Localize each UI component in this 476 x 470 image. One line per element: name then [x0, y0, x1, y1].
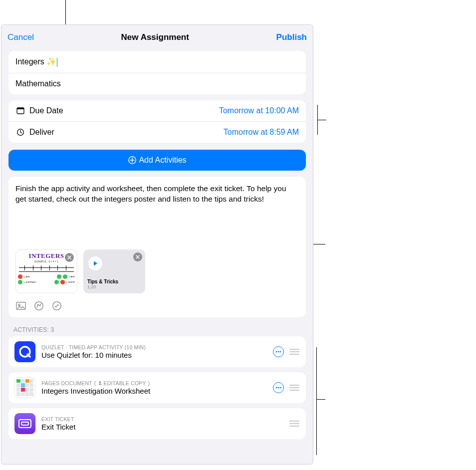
text-caret: [57, 58, 57, 67]
svg-point-12: [99, 381, 101, 383]
insert-photo-button[interactable]: [15, 300, 26, 311]
activity-more-button[interactable]: [273, 346, 284, 357]
play-icon: [92, 260, 98, 266]
due-date-label: Due Date: [29, 106, 219, 115]
audio-play-button[interactable]: [88, 256, 102, 270]
drag-handle-icon[interactable]: [289, 419, 300, 428]
attachments-row: INTEGERS EXAMPLE: -3 + 4 = 1 = ADD= ADD …: [15, 249, 299, 293]
drag-handle-icon[interactable]: [289, 347, 300, 356]
svg-point-13: [276, 387, 277, 388]
close-icon: [135, 254, 140, 259]
activity-row[interactable]: PAGES DOCUMENT ( EDITABLE COPY ) Integer…: [8, 372, 306, 403]
instructions-text[interactable]: Finish the app activity and worksheet, t…: [15, 184, 299, 205]
quizlet-app-icon: [14, 341, 35, 362]
svg-point-14: [278, 387, 279, 388]
titlebar: Cancel New Assignment Publish: [1, 25, 313, 50]
due-date-row[interactable]: Due Date Tomorrow at 10:00 AM: [8, 100, 306, 122]
class-field[interactable]: Mathematics: [8, 73, 306, 94]
cancel-button[interactable]: Cancel: [7, 32, 34, 42]
calendar-icon: [15, 107, 25, 115]
exit-ticket-icon: [14, 413, 35, 434]
pages-doc-icon: [14, 377, 35, 398]
activity-title: Exit Ticket: [41, 423, 289, 431]
media-toolbar: [15, 300, 299, 311]
leader-line-activities-v: [316, 347, 317, 455]
class-value: Mathematics: [15, 79, 299, 88]
svg-point-5: [18, 304, 20, 306]
activity-meta: EXIT TICKET: [41, 416, 289, 422]
svg-point-6: [35, 301, 43, 310]
deliver-row[interactable]: Deliver Tomorrow at 8:59 AM: [8, 122, 306, 143]
attachment-poster[interactable]: INTEGERS EXAMPLE: -3 + 4 = 1 = ADD= ADD …: [15, 249, 77, 293]
plus-circle-icon: [128, 156, 137, 165]
clock-icon: [15, 128, 25, 136]
activities-header: ACTIVITIES: 3: [13, 326, 306, 333]
svg-rect-1: [17, 108, 24, 109]
close-icon: [67, 255, 72, 260]
poster-legend: = ADD= ADD = SUBTRACT= SUBTR: [18, 274, 75, 285]
activity-meta: PAGES DOCUMENT ( EDITABLE COPY ): [41, 380, 273, 386]
deliver-value: Tomorrow at 8:59 AM: [224, 128, 299, 137]
poster-numberline: [19, 264, 74, 272]
drag-handle-icon[interactable]: [289, 383, 300, 392]
activity-meta: QUIZLET · TIMED APP ACTIVITY (10 MIN): [41, 344, 273, 350]
ellipsis-icon: [275, 387, 281, 389]
name-class-group: Integers ✨ Mathematics: [8, 51, 306, 94]
attachment-remove-button[interactable]: [133, 252, 142, 261]
activity-title: Integers Investigation Worksheet: [41, 387, 273, 395]
assignment-name-field[interactable]: Integers ✨: [8, 51, 306, 73]
attachment-audio[interactable]: Tips & Tricks 1:20: [83, 249, 145, 293]
activity-more-button[interactable]: [273, 382, 284, 393]
page-title: New Assignment: [121, 32, 189, 42]
dates-group: Due Date Tomorrow at 10:00 AM Deliver To…: [8, 100, 306, 143]
assignment-name-value: Integers ✨: [15, 57, 299, 67]
ellipsis-icon: [275, 351, 281, 353]
activity-row[interactable]: EXIT TICKET Exit Ticket: [8, 408, 306, 439]
add-activities-label: Add Activities: [139, 156, 186, 165]
audio-title: Tips & Tricks: [87, 279, 141, 284]
attachment-remove-button[interactable]: [65, 253, 74, 262]
deliver-label: Deliver: [29, 128, 224, 137]
svg-rect-17: [21, 422, 28, 425]
person-icon: [98, 381, 102, 385]
activity-row[interactable]: QUIZLET · TIMED APP ACTIVITY (10 MIN) Us…: [8, 336, 306, 367]
instructions-card: Finish the app activity and worksheet, t…: [8, 177, 306, 317]
svg-point-9: [276, 351, 277, 352]
publish-button[interactable]: Publish: [276, 32, 307, 42]
audio-duration: 1:20: [87, 284, 141, 289]
svg-point-10: [278, 351, 279, 352]
app-window: Cancel New Assignment Publish Integers ✨…: [1, 24, 313, 465]
insert-audio-button[interactable]: [51, 300, 62, 311]
leader-line-activities-h: [316, 399, 325, 400]
leader-line-dates-h: [317, 120, 326, 120]
due-date-value: Tomorrow at 10:00 AM: [219, 106, 299, 115]
add-activities-button[interactable]: Add Activities: [8, 150, 306, 171]
svg-point-15: [280, 387, 281, 388]
svg-point-11: [280, 351, 281, 352]
insert-drawing-button[interactable]: [33, 300, 44, 311]
activity-title: Use Quizlet for: 10 minutes: [41, 351, 273, 359]
svg-rect-16: [19, 420, 31, 428]
